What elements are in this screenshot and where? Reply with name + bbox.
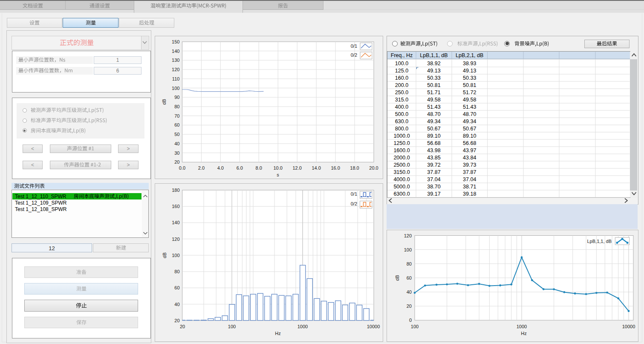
svg-text:4.0: 4.0 [217, 165, 224, 171]
svg-text:100: 100 [228, 324, 236, 329]
svg-text:30: 30 [174, 150, 179, 156]
svg-text:dB: dB [162, 99, 167, 104]
svg-text:Hz: Hz [275, 331, 280, 336]
svg-text:14.0: 14.0 [312, 165, 321, 171]
svg-text:20: 20 [180, 324, 185, 329]
svg-text:20.0: 20.0 [369, 165, 378, 171]
svg-text:dB: dB [162, 252, 167, 258]
svg-text:80: 80 [407, 261, 412, 266]
svg-text:20: 20 [407, 304, 412, 309]
svg-text:0/2: 0/2 [351, 52, 357, 58]
svg-text:0: 0 [409, 318, 412, 323]
svg-text:100: 100 [411, 324, 419, 329]
svg-text:160: 160 [172, 204, 179, 209]
svg-text:120: 120 [172, 237, 179, 242]
svg-text:10000: 10000 [367, 324, 380, 329]
svg-text:150: 150 [172, 39, 179, 44]
svg-text:100: 100 [404, 247, 412, 252]
svg-text:0/1: 0/1 [351, 191, 357, 197]
svg-text:20: 20 [174, 159, 179, 165]
svg-text:100: 100 [172, 253, 179, 258]
svg-text:50: 50 [174, 132, 179, 137]
svg-text:40: 40 [174, 302, 179, 307]
svg-text:0/2: 0/2 [351, 201, 357, 206]
svg-text:dB: dB [395, 275, 400, 280]
svg-text:40: 40 [174, 141, 179, 146]
svg-text:100: 100 [172, 86, 179, 91]
svg-text:20: 20 [174, 318, 179, 323]
svg-text:LpB,1,1, dB: LpB,1,1, dB [587, 239, 612, 244]
svg-text:10.0: 10.0 [273, 165, 282, 171]
svg-text:110: 110 [172, 76, 180, 81]
svg-text:180: 180 [172, 188, 179, 193]
svg-text:120: 120 [404, 233, 412, 238]
svg-text:6.0: 6.0 [237, 165, 243, 171]
svg-text:s: s [277, 172, 279, 177]
svg-text:130: 130 [172, 58, 179, 63]
svg-text:140: 140 [172, 49, 179, 54]
svg-text:80: 80 [174, 104, 179, 109]
svg-text:60: 60 [174, 285, 179, 290]
svg-text:70: 70 [174, 113, 179, 119]
svg-text:0.0: 0.0 [179, 165, 185, 171]
svg-text:10000: 10000 [622, 324, 635, 329]
svg-text:8.0: 8.0 [256, 165, 262, 171]
svg-text:2.0: 2.0 [198, 165, 205, 171]
svg-text:60: 60 [407, 275, 412, 280]
svg-text:1000: 1000 [517, 324, 527, 329]
svg-text:18.0: 18.0 [350, 165, 359, 171]
svg-text:12.0: 12.0 [292, 165, 301, 171]
svg-text:0/1: 0/1 [351, 43, 357, 49]
svg-text:90: 90 [174, 95, 179, 100]
svg-text:80: 80 [174, 269, 179, 274]
svg-text:1000: 1000 [297, 324, 308, 329]
svg-text:40: 40 [407, 289, 412, 295]
svg-text:16.0: 16.0 [331, 165, 340, 171]
svg-text:60: 60 [174, 122, 179, 127]
svg-text:Hz: Hz [521, 331, 526, 336]
svg-text:120: 120 [172, 67, 179, 72]
svg-text:140: 140 [172, 220, 179, 225]
